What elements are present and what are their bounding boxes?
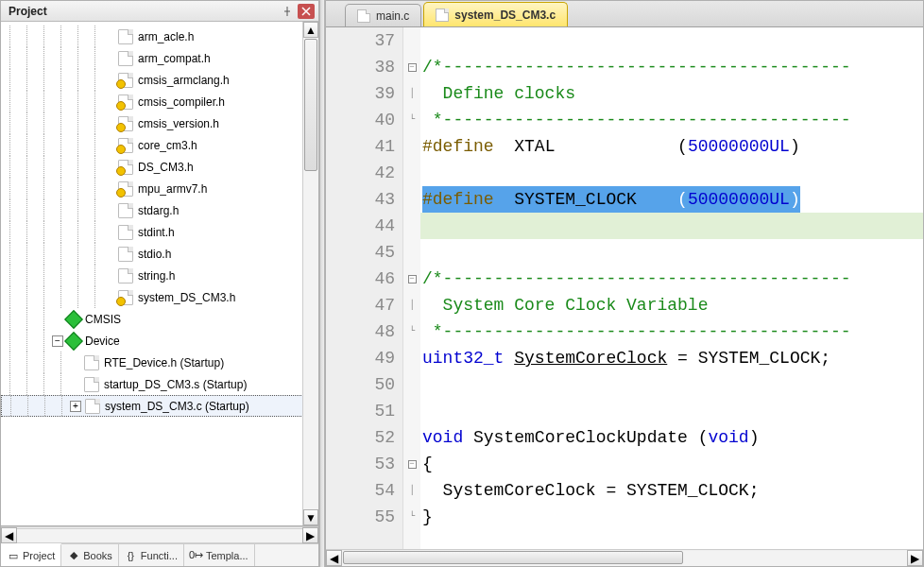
code-line[interactable]: #define SYSTEM_CLOCK (50000000UL) — [420, 186, 923, 213]
tree-file[interactable]: system_DS_CM3.h — [1, 286, 318, 308]
line-number: 47 — [326, 292, 395, 318]
tree-file[interactable]: arm_acle.h — [1, 26, 318, 47]
tree-file[interactable]: core_cm3.h — [1, 134, 318, 156]
fold-guide — [403, 213, 420, 239]
editor-tab-system_DS_CM3-c[interactable]: system_DS_CM3.c — [423, 2, 568, 26]
pin-button[interactable] — [279, 4, 296, 19]
fold-collapse-icon[interactable]: − — [403, 266, 420, 292]
project-tree[interactable]: arm_acle.harm_compat.hcmsis_armclang.hcm… — [1, 22, 318, 526]
scroll-up-button[interactable]: ▲ — [303, 22, 318, 38]
line-number: 48 — [326, 318, 395, 345]
fold-guide — [403, 424, 420, 451]
tree-file[interactable]: stdint.h — [1, 221, 318, 243]
file-icon — [85, 399, 100, 414]
code-text[interactable]: /*--------------------------------------… — [420, 27, 923, 549]
file-icon — [357, 9, 370, 23]
tree-file[interactable]: +system_DS_CM3.c (Startup) — [1, 395, 318, 417]
file-key-icon — [118, 138, 133, 153]
tree-file[interactable]: cmsis_armclang.h — [1, 69, 318, 91]
line-number: 52 — [326, 424, 395, 451]
code-line[interactable]: *---------------------------------------… — [420, 107, 923, 133]
tree-file[interactable]: DS_CM3.h — [1, 156, 318, 178]
tree-expander[interactable]: + — [70, 401, 81, 412]
tree-group-cmsis[interactable]: CMSIS — [1, 308, 318, 330]
line-number: 43 — [326, 186, 395, 213]
tree-file[interactable]: arm_compat.h — [1, 47, 318, 69]
line-number-gutter: 37383940414243444546474849505152535455 — [326, 27, 403, 549]
scroll-track-h[interactable] — [17, 528, 302, 543]
close-panel-button[interactable] — [298, 4, 315, 19]
code-line[interactable]: System Core Clock Variable — [420, 292, 923, 318]
editor-tab-main-c[interactable]: main.c — [345, 4, 421, 26]
fold-guide: │ — [403, 80, 420, 107]
tree-item-label: startup_DS_CM3.s (Startup) — [104, 378, 247, 391]
line-number: 54 — [326, 477, 395, 504]
code-line[interactable]: #define XTAL (50000000UL) — [420, 133, 923, 160]
tree-item-label: arm_compat.h — [138, 52, 211, 65]
code-line[interactable]: SystemCoreClock = SYSTEM_CLOCK; — [420, 477, 923, 504]
scroll-left-button[interactable]: ◀ — [1, 527, 17, 543]
editor-horizontal-scrollbar[interactable]: ◀ ▶ — [326, 549, 923, 566]
tree-item-label: arm_acle.h — [138, 30, 194, 43]
file-key-icon — [118, 181, 133, 197]
tree-file[interactable]: string.h — [1, 265, 318, 286]
tree-item-label: DS_CM3.h — [138, 161, 194, 174]
fold-guide — [403, 345, 420, 371]
code-line[interactable]: Define clocks — [420, 80, 923, 107]
code-line[interactable] — [420, 371, 923, 398]
code-line[interactable] — [420, 239, 923, 266]
file-icon — [118, 268, 133, 284]
code-line[interactable]: /*--------------------------------------… — [420, 54, 923, 80]
component-icon — [64, 332, 83, 351]
panel-tab-templa[interactable]: 0↦Templa... — [184, 544, 255, 566]
tree-item-label: system_DS_CM3.h — [138, 291, 235, 304]
line-number: 41 — [326, 133, 395, 160]
fold-column[interactable]: −│└−│└−│└ — [403, 27, 420, 549]
code-line[interactable]: uint32_t SystemCoreClock = SYSTEM_CLOCK; — [420, 345, 923, 371]
line-number: 45 — [326, 239, 395, 266]
code-area[interactable]: 37383940414243444546474849505152535455 −… — [326, 27, 923, 549]
tree-group-device[interactable]: −Device — [1, 330, 318, 352]
code-line[interactable]: { — [420, 451, 923, 477]
editor-scroll-left-button[interactable]: ◀ — [326, 550, 342, 566]
code-line[interactable] — [420, 160, 923, 186]
tree-item-label: RTE_Device.h (Startup) — [104, 356, 224, 369]
fold-collapse-icon[interactable]: − — [403, 54, 420, 80]
fold-guide: └ — [403, 107, 420, 133]
scroll-track[interactable] — [303, 38, 318, 509]
fold-guide — [403, 398, 420, 424]
code-line[interactable]: /*--------------------------------------… — [420, 266, 923, 292]
panel-tab-label: Books — [83, 550, 112, 561]
scroll-right-button[interactable]: ▶ — [302, 527, 318, 543]
code-line[interactable] — [420, 27, 923, 54]
editor-tab-label: main.c — [376, 9, 409, 23]
fold-guide: └ — [403, 318, 420, 345]
tree-file[interactable]: stdio.h — [1, 243, 318, 265]
code-line[interactable]: } — [420, 504, 923, 530]
editor-scroll-thumb[interactable] — [343, 551, 683, 564]
panel-tab-books[interactable]: ◆Books — [61, 544, 119, 566]
scroll-thumb[interactable] — [304, 39, 317, 171]
fold-collapse-icon[interactable]: − — [403, 451, 420, 477]
editor-scroll-right-button[interactable]: ▶ — [907, 550, 923, 566]
editor-scroll-track[interactable] — [342, 551, 907, 566]
tree-file[interactable]: startup_DS_CM3.s (Startup) — [1, 373, 318, 395]
line-number: 38 — [326, 54, 395, 80]
code-line[interactable]: *---------------------------------------… — [420, 318, 923, 345]
vertical-scrollbar[interactable]: ▲ ▼ — [302, 22, 318, 525]
tree-file[interactable]: RTE_Device.h (Startup) — [1, 352, 318, 373]
panel-tab-functi[interactable]: {}Functi... — [119, 544, 184, 566]
books-icon: ◆ — [67, 549, 79, 561]
tree-file[interactable]: cmsis_compiler.h — [1, 91, 318, 112]
code-line[interactable] — [420, 398, 923, 424]
horizontal-scrollbar[interactable]: ◀ ▶ — [1, 526, 318, 543]
tree-file[interactable]: stdarg.h — [1, 199, 318, 221]
tree-expander[interactable]: − — [52, 335, 63, 347]
tree-file[interactable]: cmsis_version.h — [1, 112, 318, 134]
code-line[interactable]: void SystemCoreClockUpdate (void) — [420, 424, 923, 451]
panel-tab-project[interactable]: ▭Project — [1, 543, 61, 566]
tree-file[interactable]: mpu_armv7.h — [1, 178, 318, 199]
scroll-down-button[interactable]: ▼ — [303, 509, 318, 525]
code-line[interactable] — [420, 213, 923, 239]
file-key-icon — [118, 94, 133, 110]
